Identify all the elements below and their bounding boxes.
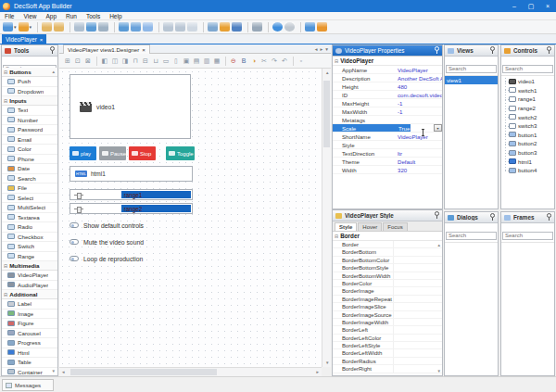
tool-checkbox[interactable]: Checkbox xyxy=(2,233,57,243)
tool-switch[interactable]: Switch xyxy=(2,242,57,252)
new-app-icon[interactable] xyxy=(3,22,13,32)
tool-group-additional[interactable]: ⊟Additional xyxy=(2,290,57,299)
tool-phone[interactable]: Phone xyxy=(2,155,57,165)
tab-videoplayer-app[interactable]: VideoPlayer × xyxy=(2,34,46,44)
align-top-icon[interactable]: ⊓ xyxy=(131,56,140,66)
style-row-bordercolor[interactable]: BorderColor xyxy=(333,280,442,287)
tools-panel-header[interactable]: Tools xyxy=(2,45,57,57)
add-view-icon[interactable] xyxy=(119,22,129,32)
control-item-switch1[interactable]: switch1 xyxy=(501,86,554,95)
canvas-range-range1[interactable]: range1 xyxy=(70,189,193,200)
canvas-videoplayer-control[interactable]: video1 xyxy=(70,74,191,139)
style-row-borderimage[interactable]: BorderImage xyxy=(333,287,442,295)
style-row-borderright[interactable]: BorderRight xyxy=(333,365,442,373)
tool-group-multimedia[interactable]: ⊟Multimedia xyxy=(2,261,57,271)
align-middle-icon[interactable]: ⊟ xyxy=(141,56,150,66)
save-file-icon[interactable] xyxy=(86,22,96,32)
frames-search-input[interactable] xyxy=(502,232,553,240)
style-tab-hover[interactable]: Hover xyxy=(358,222,382,231)
tool-range[interactable]: Range xyxy=(2,252,57,262)
new-file-icon[interactable] xyxy=(74,22,84,32)
align-left-icon[interactable]: ◧ xyxy=(100,56,109,66)
style-row-borderleftwidth[interactable]: BorderLeftWidth xyxy=(333,349,442,357)
menu-item-help[interactable]: Help xyxy=(105,12,126,20)
tool-figure[interactable]: Figure xyxy=(2,319,57,329)
control-item-switch2[interactable]: switch2 xyxy=(501,112,554,121)
canvas-button-stop[interactable]: Stop xyxy=(129,146,156,160)
open-project-icon[interactable] xyxy=(54,22,64,32)
style-row-borderradius[interactable]: BorderRadius xyxy=(333,358,442,365)
space-horizontal-icon[interactable]: ▤ xyxy=(192,56,201,66)
copy-files-icon[interactable] xyxy=(98,22,108,32)
pin-icon[interactable] xyxy=(434,46,439,55)
views-search-input[interactable] xyxy=(446,65,497,73)
remove-dialog-icon[interactable] xyxy=(175,22,185,32)
tool-group-buttons[interactable]: ⊟Buttons xyxy=(2,68,57,77)
pin-icon[interactable] xyxy=(49,46,55,55)
canvas-html-control[interactable]: HTML html1 xyxy=(70,166,193,182)
canvas-button-toggle[interactable]: Toggle xyxy=(166,146,195,160)
property-value-editor[interactable]: True xyxy=(398,124,411,132)
help-icon[interactable]: ▫ xyxy=(297,56,306,66)
scroll-down-icon[interactable]: ▼ xyxy=(52,369,56,373)
control-item-video1[interactable]: video1 xyxy=(501,77,554,86)
same-size-icon[interactable]: ▣ xyxy=(182,56,191,66)
tab-scroll-right-icon[interactable]: ▸ xyxy=(320,46,322,52)
same-height-icon[interactable]: ▯ xyxy=(171,56,181,66)
canvas-switch-show-default-controls[interactable]: Show default controls xyxy=(70,220,144,231)
style-group-row[interactable]: ⊟ Border xyxy=(333,232,442,241)
same-width-icon[interactable]: ▭ xyxy=(161,56,171,66)
style-row-borderimagesource[interactable]: BorderImageSource xyxy=(333,311,442,319)
tool-progress[interactable]: Progress xyxy=(2,338,57,348)
controls-panel-header[interactable]: Controls xyxy=(501,45,554,57)
tool-audioplayer[interactable]: AudioPlayer xyxy=(2,281,57,291)
canvas-range-range2[interactable]: range2 xyxy=(70,203,193,214)
scroll-up-icon[interactable]: ▲ xyxy=(52,70,56,74)
view-item-view1[interactable]: view1 xyxy=(445,76,498,84)
control-item-range2[interactable]: range2 xyxy=(501,104,554,113)
add-dialog-icon[interactable] xyxy=(131,22,141,32)
scroll-down-icon[interactable]: ▼ xyxy=(325,360,329,365)
about-icon[interactable] xyxy=(317,22,327,32)
canvas-horizontal-scrollbar[interactable]: ◄ ► xyxy=(59,367,322,376)
property-row-width[interactable]: Width320 xyxy=(333,166,442,174)
property-row-metatags[interactable]: Metatags xyxy=(333,116,442,124)
dropdown-caret-icon[interactable]: ▾ xyxy=(30,24,32,30)
remove-view-icon[interactable] xyxy=(163,22,173,32)
debug-app-icon[interactable] xyxy=(252,22,262,32)
remove-control-icon[interactable]: ⊖ xyxy=(229,56,238,66)
maximize-button[interactable]: ▢ xyxy=(523,0,539,12)
collapse-icon[interactable]: ⊟ xyxy=(335,58,338,64)
dropdown-caret-icon[interactable]: ▾ xyxy=(14,24,17,30)
scroll-up-icon[interactable]: ▲ xyxy=(325,70,329,75)
property-row-appname[interactable]: AppNameVideoPlayer xyxy=(333,66,442,74)
redo-icon[interactable]: ↷ xyxy=(270,56,279,66)
views-panel-header[interactable]: Views xyxy=(445,45,498,57)
notes-icon[interactable] xyxy=(208,22,218,32)
style-row-borderimageslice[interactable]: BorderImageSlice xyxy=(333,303,442,310)
tool-file[interactable]: File xyxy=(2,183,57,194)
control-item-button2[interactable]: button2 xyxy=(501,139,554,148)
menu-item-run[interactable]: Run xyxy=(61,12,82,20)
publish-app-icon[interactable] xyxy=(19,22,29,32)
snap-grid-icon[interactable]: ⊞ xyxy=(63,56,72,66)
canvas-switch-loop-de-reproduction[interactable]: Loop de reproduction xyxy=(70,253,143,264)
properties-panel-header[interactable]: VideoPlayer Properties xyxy=(333,45,442,57)
tool-email[interactable]: Email xyxy=(2,135,57,145)
stop-app-icon[interactable] xyxy=(284,22,295,32)
menu-item-tools[interactable]: Tools xyxy=(82,12,105,20)
scroll-right-icon[interactable]: ► xyxy=(316,370,320,374)
tool-carousel[interactable]: Carousel xyxy=(2,329,57,339)
property-row-style[interactable]: Style xyxy=(333,141,442,149)
pin-icon[interactable] xyxy=(546,213,551,221)
property-row-maxwidth[interactable]: MaxWidth-1 xyxy=(333,107,442,116)
tool-number[interactable]: Number xyxy=(2,116,57,126)
controls-search-input[interactable] xyxy=(502,65,553,73)
canvas-button-play[interactable]: play xyxy=(70,146,96,160)
style-row-borderleftcolor[interactable]: BorderLeftColor xyxy=(333,335,442,342)
style-row-borderbottom[interactable]: BorderBottom xyxy=(333,248,442,256)
pin-icon[interactable] xyxy=(434,211,439,220)
style-row-borderbottomcolor[interactable]: BorderBottomColor xyxy=(333,257,442,264)
property-row-id[interactable]: IDcom.decsoft.videoplay xyxy=(333,91,442,99)
pin-icon[interactable] xyxy=(489,213,495,221)
